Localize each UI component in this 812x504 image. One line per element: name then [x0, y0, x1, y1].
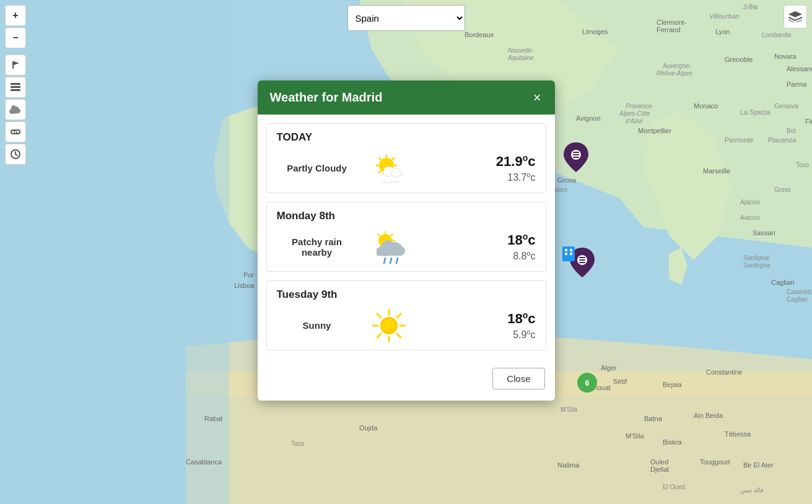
temps-monday: 18oc 8.8oc: [507, 232, 535, 263]
temp-low-tuesday: 5.9oc: [507, 328, 535, 341]
svg-text:Sविरa: Sविरa: [743, 4, 758, 11]
svg-text:Taza: Taza: [291, 440, 305, 447]
svg-text:Casablanca: Casablanca: [186, 458, 222, 466]
condition-today: Partly Cloudy: [277, 163, 357, 173]
svg-text:Provence-: Provence-: [626, 103, 654, 110]
svg-text:Ajaccio: Ajaccio: [740, 199, 761, 206]
svg-text:Sardegna: Sardegna: [743, 262, 771, 269]
svg-text:Limoges: Limoges: [582, 28, 608, 35]
svg-line-126: [397, 314, 401, 318]
svg-rect-81: [570, 249, 572, 251]
svg-text:Ouled: Ouled: [650, 458, 668, 466]
link-icon: [10, 126, 21, 137]
flag-icon: [11, 60, 20, 70]
weather-card-today: TODAY Partly Cloudy: [266, 123, 546, 193]
svg-rect-84: [12, 61, 14, 69]
svg-text:Piemonte: Piemonte: [725, 136, 753, 144]
svg-text:Villeurban: Villeurban: [709, 12, 740, 20]
svg-text:Djellal: Djellal: [650, 466, 669, 473]
svg-rect-87: [11, 89, 20, 91]
day-label-monday: Monday 8th: [277, 210, 536, 222]
svg-rect-85: [11, 83, 20, 85]
clock-button[interactable]: [5, 144, 26, 165]
zoom-out-button[interactable]: −: [5, 27, 26, 48]
svg-text:Sassari: Sassari: [753, 229, 775, 237]
layers-icon: [788, 11, 802, 22]
svg-text:Sétif: Sétif: [613, 378, 627, 385]
svg-text:d'Azur: d'Azur: [626, 118, 644, 124]
svg-line-118: [396, 258, 398, 263]
svg-text:Bejaia: Bejaia: [663, 381, 682, 388]
svg-rect-82: [565, 253, 567, 255]
svg-line-125: [397, 334, 401, 337]
svg-text:Oujda: Oujda: [359, 424, 378, 432]
svg-text:Grenoble: Grenoble: [725, 56, 753, 63]
link-button[interactable]: [5, 121, 26, 142]
svg-line-96: [392, 158, 394, 160]
layers-button[interactable]: [784, 5, 807, 28]
svg-text:Bol: Bol: [787, 128, 795, 134]
svg-rect-80: [565, 249, 567, 251]
svg-text:Sardigna/: Sardigna/: [743, 254, 771, 261]
flag-button[interactable]: [5, 54, 26, 76]
svg-text:Parma: Parma: [787, 80, 807, 88]
svg-text:Rabat: Rabat: [204, 415, 222, 422]
weather-card-monday: Monday 8th Patchy rainnearby: [266, 202, 546, 272]
svg-text:Novara: Novara: [774, 53, 797, 60]
temp-high-monday: 18oc: [507, 232, 535, 248]
svg-text:Aiacciu: Aiacciu: [740, 214, 760, 221]
svg-text:Montpellier: Montpellier: [638, 127, 671, 134]
footer-close-button[interactable]: Close: [492, 368, 544, 389]
modal-body: TODAY Partly Cloudy: [258, 123, 555, 350]
svg-rect-79: [562, 246, 575, 261]
svg-text:Ain Beida: Ain Beida: [694, 412, 723, 419]
svg-line-94: [379, 158, 381, 160]
svg-text:Girona: Girona: [557, 177, 576, 184]
zoom-in-button[interactable]: +: [5, 5, 26, 26]
svg-text:6: 6: [585, 379, 590, 388]
svg-text:Genova: Genova: [774, 102, 798, 110]
temp-high-today: 21.9oc: [496, 153, 536, 170]
svg-text:Ferrand: Ferrand: [657, 26, 681, 33]
svg-rect-74: [579, 257, 585, 258]
svg-line-117: [390, 258, 391, 263]
svg-text:Tébessa: Tébessa: [725, 430, 751, 438]
svg-text:El Oued: El Oued: [663, 484, 685, 490]
svg-text:M'Sila: M'Sila: [561, 406, 577, 413]
weather-modal: Weather for Madrid × TODAY Partly Cloudy: [258, 80, 555, 401]
svg-text:Constantine: Constantine: [706, 368, 743, 376]
modal-title: Weather for Madrid: [270, 90, 383, 105]
svg-rect-71: [573, 154, 579, 155]
svg-text:Batna: Batna: [644, 415, 663, 422]
svg-text:Toso: Toso: [796, 162, 810, 168]
svg-text:Rhône-Alpes: Rhône-Alpes: [657, 70, 692, 77]
svg-text:Clermont-: Clermont-: [657, 19, 687, 26]
svg-rect-70: [573, 152, 579, 153]
modal-close-button[interactable]: ×: [532, 91, 543, 105]
svg-line-116: [384, 258, 385, 263]
svg-text:Firenze: Firenze: [805, 118, 812, 125]
cloud-icon: [9, 105, 22, 114]
svg-point-103: [391, 168, 401, 177]
weather-icon-today: [367, 151, 411, 185]
svg-rect-72: [573, 157, 579, 158]
svg-text:Cagliari: Cagliari: [787, 296, 808, 303]
svg-text:Lyon: Lyon: [715, 28, 730, 35]
svg-text:M'Sila: M'Sila: [626, 432, 644, 440]
country-select[interactable]: Spain France Germany Italy Portugal: [347, 5, 465, 31]
svg-rect-76: [579, 262, 585, 263]
svg-text:Monaco: Monaco: [694, 102, 718, 110]
cloud-button[interactable]: [5, 99, 26, 120]
svg-text:Lombardia: Lombardia: [762, 32, 792, 38]
clock-icon: [10, 149, 21, 160]
svg-point-129: [383, 319, 395, 332]
layers-stack-button[interactable]: [5, 77, 26, 98]
svg-text:Alger: Alger: [601, 364, 617, 371]
svg-text:Touggourt: Touggourt: [700, 458, 730, 466]
svg-text:Bordeaux: Bordeaux: [465, 31, 494, 38]
svg-text:Naâma: Naâma: [557, 461, 580, 469]
svg-text:Por: Por: [243, 271, 254, 279]
weather-icon-monday: [367, 230, 411, 264]
svg-point-115: [390, 242, 401, 252]
condition-monday: Patchy rainnearby: [277, 237, 357, 258]
